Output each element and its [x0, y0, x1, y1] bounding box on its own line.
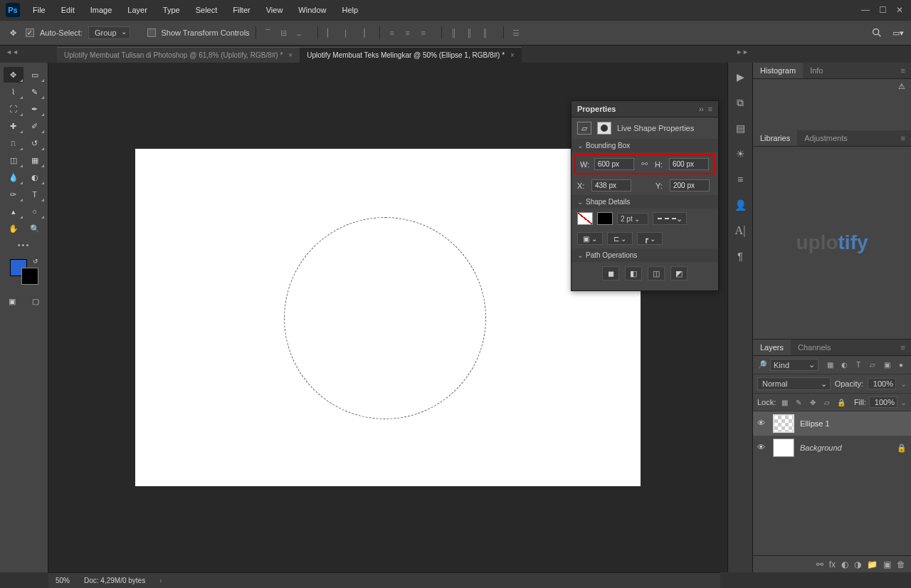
gradient-tool[interactable]: ▦	[25, 152, 45, 168]
fill-swatch[interactable]	[577, 212, 593, 225]
layer-name-ellipse[interactable]: Ellipse 1	[800, 419, 907, 428]
preset-icon[interactable]: ⧉	[732, 94, 749, 111]
collapse-right-arrow-icon[interactable]: ►►	[736, 48, 749, 56]
menu-help[interactable]: Help	[335, 3, 365, 17]
crop-tool[interactable]: ⛶	[4, 101, 23, 117]
layer-name-background[interactable]: Background	[800, 443, 891, 452]
fill-input[interactable]: 100%	[869, 397, 897, 408]
stroke-width-input[interactable]: 2 pt ⌄	[617, 213, 648, 225]
path-exclude-icon[interactable]: ◩	[670, 266, 688, 280]
eyedropper-tool[interactable]: ✒	[25, 101, 45, 117]
menu-type[interactable]: Type	[156, 3, 187, 17]
quick-select-tool[interactable]: ✎	[25, 84, 45, 100]
maximize-button[interactable]: ☐	[875, 4, 890, 16]
path-combine-icon[interactable]: ◼	[602, 266, 619, 280]
layer-row-ellipse[interactable]: 👁 Ellipse 1	[753, 411, 911, 436]
lock-all-icon[interactable]: 🔒	[836, 397, 847, 408]
align-top-icon[interactable]: ⎺	[262, 26, 275, 39]
search-icon[interactable]	[870, 26, 884, 40]
dist-bottom-icon[interactable]: ≡	[417, 26, 430, 39]
delete-layer-icon[interactable]: 🗑	[897, 560, 905, 569]
doc-info[interactable]: Doc: 4,29M/0 bytes	[84, 577, 145, 584]
tab-libraries[interactable]: Libraries	[753, 130, 797, 146]
menu-image[interactable]: Image	[83, 3, 120, 17]
stroke-align-dropdown[interactable]: ▣ ⌄	[577, 232, 603, 245]
dist-top-icon[interactable]: ≡	[386, 26, 399, 39]
paragraph-icon[interactable]: ¶	[732, 248, 749, 265]
filter-shape-icon[interactable]: ▱	[867, 359, 878, 371]
tab-info[interactable]: Info	[803, 63, 830, 78]
opacity-input[interactable]: 100%	[868, 378, 896, 389]
filter-type-icon[interactable]: T	[853, 359, 864, 371]
section-shape-details[interactable]: Shape Details	[572, 195, 718, 209]
section-bounding-box[interactable]: Bounding Box	[572, 139, 718, 152]
stroke-corners-dropdown[interactable]: ┏ ⌄	[637, 232, 663, 245]
show-transform-checkbox[interactable]	[147, 28, 156, 37]
link-wh-icon[interactable]: ⚯	[641, 159, 648, 169]
blend-mode-dropdown[interactable]: Normal	[757, 377, 831, 390]
canvas[interactable]	[135, 149, 641, 486]
swap-colors-icon[interactable]: ↺	[33, 258, 38, 265]
shape-tool[interactable]: ○	[25, 204, 45, 219]
document-tab-1[interactable]: Uplotify Membuat Tulisan di Photoshop @ …	[57, 47, 300, 63]
dist-left-icon[interactable]: ║	[448, 26, 460, 39]
auto-select-dropdown[interactable]: Group	[88, 26, 130, 39]
path-select-tool[interactable]: ▴	[4, 204, 23, 219]
character-icon[interactable]: A|	[732, 222, 749, 239]
dodge-tool[interactable]: ◐	[25, 169, 45, 185]
y-input[interactable]	[670, 179, 710, 191]
align-vcenter-icon[interactable]: ⊟	[278, 26, 290, 39]
align-hcenter-icon[interactable]: ❘	[339, 26, 352, 39]
new-layer-icon[interactable]: ▣	[883, 560, 891, 569]
shape-properties-icon[interactable]: ▱	[577, 122, 591, 135]
path-subtract-icon[interactable]: ◧	[625, 266, 642, 280]
section-path-ops[interactable]: Path Operations	[572, 248, 718, 262]
marquee-tool[interactable]: ▭	[25, 67, 45, 83]
align-more-icon[interactable]: ☰	[510, 26, 522, 39]
dist-hcenter-icon[interactable]: ║	[463, 26, 476, 39]
filter-pixel-icon[interactable]: ▦	[824, 359, 836, 371]
menu-file[interactable]: File	[26, 3, 53, 17]
properties-header[interactable]: Properties ›› ≡	[572, 101, 718, 117]
user-icon[interactable]: 👤	[732, 196, 749, 214]
layers-panel-menu-icon[interactable]: ≡	[895, 340, 911, 355]
edit-toolbar-icon[interactable]: •••	[3, 241, 45, 249]
eraser-tool[interactable]: ◫	[4, 152, 23, 168]
collapse-left-arrow-icon[interactable]: ◄◄	[6, 48, 19, 56]
menu-layer[interactable]: Layer	[120, 3, 154, 17]
minimize-button[interactable]: —	[858, 4, 873, 16]
visibility-toggle-icon[interactable]: 👁	[757, 419, 767, 429]
screen-mode-icon[interactable]: ▢	[26, 293, 46, 309]
layer-mask-icon[interactable]: ◐	[841, 560, 848, 569]
mask-properties-icon[interactable]	[597, 122, 611, 135]
lock-position-icon[interactable]: ✥	[807, 397, 818, 408]
layer-thumb-ellipse[interactable]	[773, 414, 794, 433]
pen-tool[interactable]: ✑	[4, 187, 23, 202]
menu-view[interactable]: View	[259, 3, 290, 17]
layer-kind-dropdown[interactable]: Kind⌄	[770, 359, 818, 371]
menu-edit[interactable]: Edit	[54, 3, 82, 17]
adjustment-layer-icon[interactable]: ◑	[854, 560, 861, 569]
align-left-icon[interactable]: ▏	[324, 26, 337, 39]
histogram-warning-icon[interactable]: ⚠	[898, 82, 905, 91]
layer-fx-icon[interactable]: fx	[829, 560, 836, 569]
link-layers-icon[interactable]: ⚯	[816, 560, 823, 569]
menu-select[interactable]: Select	[189, 3, 225, 17]
tab-1-close-icon[interactable]: ×	[288, 51, 293, 59]
blur-tool[interactable]: 💧	[4, 169, 23, 185]
lock-pixels-icon[interactable]: ✎	[793, 397, 804, 408]
filter-toggle-icon[interactable]: ●	[895, 359, 907, 371]
stroke-swatch[interactable]	[597, 212, 613, 225]
adjust-dock-icon[interactable]: ☀	[732, 145, 749, 162]
document-tab-2[interactable]: Uplotify Membuat Teks Melingkar @ 50% (E…	[300, 47, 522, 63]
healing-tool[interactable]: ✚	[4, 118, 23, 134]
height-input[interactable]	[669, 158, 709, 170]
x-input[interactable]	[591, 179, 631, 191]
zoom-level[interactable]: 50%	[56, 577, 70, 584]
tab-layers[interactable]: Layers	[753, 340, 791, 355]
tab-adjustments[interactable]: Adjustments	[797, 130, 855, 146]
layer-thumb-background[interactable]	[773, 439, 794, 457]
menu-filter[interactable]: Filter	[226, 3, 257, 17]
zoom-tool[interactable]: 🔍	[25, 221, 45, 236]
menu-window[interactable]: Window	[291, 3, 333, 17]
